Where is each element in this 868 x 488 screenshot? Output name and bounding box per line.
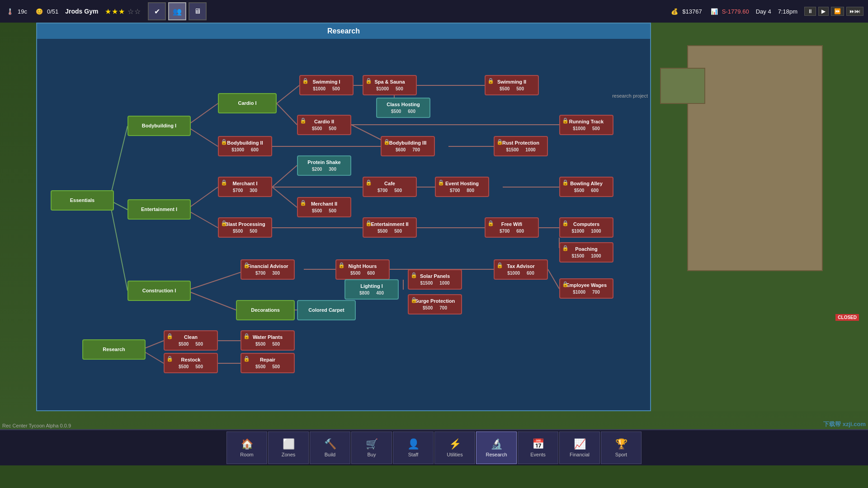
gym-name: Jrods Gym bbox=[65, 8, 98, 15]
day-display: Day 4 bbox=[756, 8, 771, 15]
nav-people[interactable]: 👥 bbox=[168, 2, 186, 20]
game-area: CLOSED Research bbox=[0, 23, 868, 465]
node-solar-panels[interactable]: 🔒 Solar Panels $15001000 bbox=[408, 269, 462, 290]
node-bodybuilding3[interactable]: 🔒 Bodybuilding III $600700 bbox=[381, 136, 435, 156]
toolbar-sport[interactable]: 🏆 Sport bbox=[601, 432, 642, 464]
svg-line-0 bbox=[109, 126, 127, 200]
node-surge-protection[interactable]: 🔒 Surge Protection $500700 bbox=[408, 294, 462, 314]
node-running-track[interactable]: 🔒 Running Track $1000500 bbox=[559, 115, 613, 135]
research-content: Essentials Bodybuilding I Entertainment … bbox=[37, 39, 650, 408]
building-detail bbox=[660, 68, 705, 104]
node-protein-shake[interactable]: Protein Shake $200300 bbox=[297, 155, 351, 176]
version-label: Rec Center Tycoon Alpha 0.0.9 bbox=[2, 423, 71, 428]
toolbar-research[interactable]: 🔬 Research bbox=[476, 432, 517, 464]
toolbar-financial[interactable]: 📈 Financial bbox=[559, 432, 600, 464]
topbar: 🌡️ 19c 😊 0/51 Jrods Gym ★★★☆☆ ✔ 👥 🖥 💰 $1… bbox=[0, 0, 868, 23]
node-class-hosting[interactable]: Class Hosting $500600 bbox=[376, 98, 430, 118]
node-restock[interactable]: 🔒 Restock $500500 bbox=[164, 353, 218, 373]
node-merchant1[interactable]: 🔒 Merchant I $700300 bbox=[218, 177, 272, 197]
node-night-hours[interactable]: 🔒 Night Hours $500600 bbox=[335, 259, 390, 280]
node-construction1[interactable]: Construction I bbox=[127, 281, 191, 301]
node-swimming1[interactable]: 🔒 Swimming I $1000500 bbox=[299, 75, 354, 95]
financial-icon: 📈 bbox=[574, 438, 586, 450]
pause-btn[interactable]: ⏸ bbox=[804, 7, 816, 16]
svg-line-7 bbox=[186, 269, 250, 291]
nav-icons: ✔ 👥 🖥 bbox=[148, 2, 207, 20]
node-computers[interactable]: 🔒 Computers $10001000 bbox=[559, 217, 613, 238]
node-repair[interactable]: 🔒 Repair $500500 bbox=[241, 353, 295, 373]
node-water-plants[interactable]: 🔒 Water Plants $500500 bbox=[241, 330, 295, 351]
research-title: Research bbox=[37, 23, 650, 39]
node-merchant2[interactable]: 🔒 Merchant II $500500 bbox=[297, 197, 351, 217]
node-colored-carpet[interactable]: Colored Carpet bbox=[297, 300, 356, 320]
zones-icon: ⬜ bbox=[283, 438, 295, 450]
node-cardio1[interactable]: Cardio I bbox=[218, 93, 277, 113]
node-lighting1[interactable]: Lighting I $800400 bbox=[344, 279, 399, 300]
node-free-wifi[interactable]: 🔒 Free Wifi $700600 bbox=[485, 217, 539, 238]
money-display: 💰 $13767 bbox=[669, 6, 702, 17]
build-icon: 🔨 bbox=[324, 438, 336, 450]
research-hint: research project bbox=[612, 93, 648, 99]
node-entertainment2[interactable]: 🔒 Entertainment II $500500 bbox=[363, 217, 417, 238]
toolbar-staff[interactable]: 👤 Staff bbox=[393, 432, 434, 464]
temperature: 🌡️ 19c bbox=[5, 6, 27, 17]
buy-icon: 🛒 bbox=[366, 438, 378, 450]
toolbar-zones[interactable]: ⬜ Zones bbox=[268, 432, 309, 464]
svg-line-10 bbox=[277, 103, 297, 125]
svg-line-30 bbox=[548, 269, 559, 289]
nav-screen[interactable]: 🖥 bbox=[189, 2, 207, 20]
node-tax-advisor[interactable]: 🔒 Tax Advisor $1000600 bbox=[494, 259, 548, 280]
research-icon: 🔬 bbox=[491, 438, 503, 450]
node-blast-processing[interactable]: 🔒 Blast Processing $500500 bbox=[218, 217, 272, 238]
toolbar-utilities[interactable]: ⚡ Utilities bbox=[434, 432, 475, 464]
svg-line-2 bbox=[109, 200, 127, 291]
time-display: 7:18pm bbox=[778, 8, 797, 15]
node-event-hosting[interactable]: 🔒 Event Hosting $700800 bbox=[435, 177, 489, 197]
visitor-icon: 😊 bbox=[34, 6, 45, 17]
node-essentials[interactable]: Essentials bbox=[51, 190, 114, 211]
node-poaching[interactable]: 🔒 Poaching $15001000 bbox=[559, 242, 613, 263]
svg-line-6 bbox=[186, 210, 218, 228]
node-bodybuilding1[interactable]: Bodybuilding I bbox=[127, 116, 191, 136]
play-btn[interactable]: ▶ bbox=[818, 7, 829, 16]
node-decorations[interactable]: Decorations bbox=[236, 300, 295, 320]
thermometer-icon: 🌡️ bbox=[5, 6, 15, 17]
toolbar-events[interactable]: 📅 Events bbox=[518, 432, 558, 464]
node-swimming2[interactable]: 🔒 Swimming II $500500 bbox=[485, 75, 539, 95]
close-button[interactable]: CLOSED bbox=[835, 314, 859, 321]
node-bowling-alley[interactable]: 🔒 Bowling Alley $500600 bbox=[559, 177, 613, 197]
svg-line-4 bbox=[186, 126, 218, 146]
node-spa-sauna[interactable]: 🔒 Spa & Sauna $1000500 bbox=[363, 75, 417, 95]
node-financial-advisor[interactable]: 🔒 Financial Advisor $700300 bbox=[241, 259, 295, 280]
toolbar-buy[interactable]: 🛒 Buy bbox=[351, 432, 392, 464]
staff-icon: 👤 bbox=[407, 438, 420, 450]
events-icon: 📅 bbox=[532, 438, 544, 450]
gym-building bbox=[687, 45, 823, 271]
node-entertainment1[interactable]: Entertainment I bbox=[127, 199, 191, 220]
toolbar-build[interactable]: 🔨 Build bbox=[310, 432, 350, 464]
svg-line-3 bbox=[186, 103, 218, 126]
nav-check[interactable]: ✔ bbox=[148, 2, 166, 20]
svg-line-8 bbox=[186, 291, 236, 310]
watermark: 下载帮 xzji.com bbox=[823, 420, 866, 428]
node-clean[interactable]: 🔒 Clean $500500 bbox=[164, 330, 218, 351]
node-bodybuilding2[interactable]: 🔒 Bodybuilding II $1000600 bbox=[218, 136, 272, 156]
node-cafe[interactable]: 🔒 Cafe $700500 bbox=[363, 177, 417, 197]
toolbar-room[interactable]: 🏠 Room bbox=[226, 432, 267, 464]
svg-line-20 bbox=[272, 187, 297, 207]
node-research[interactable]: Research bbox=[82, 339, 146, 360]
expense-icon: 📊 bbox=[709, 6, 720, 17]
svg-line-5 bbox=[186, 187, 218, 210]
money-icon: 💰 bbox=[669, 6, 680, 17]
fast-btn[interactable]: ⏩ bbox=[831, 7, 844, 16]
svg-line-18 bbox=[272, 165, 297, 187]
svg-line-9 bbox=[277, 85, 299, 103]
utilities-icon: ⚡ bbox=[449, 438, 461, 450]
faster-btn[interactable]: ⏭⏭ bbox=[846, 7, 863, 16]
star-rating: ★★★☆☆ bbox=[105, 7, 141, 16]
node-employee-wages[interactable]: 🔒 Employee Wages $1000700 bbox=[559, 278, 613, 299]
right-game-panel: CLOSED bbox=[651, 23, 868, 411]
node-cardio2[interactable]: 🔒 Cardio II $500500 bbox=[297, 115, 351, 135]
visitor-count: 😊 0/51 bbox=[34, 6, 58, 17]
node-rust-protection[interactable]: 🔒 Rust Protection $15001000 bbox=[494, 136, 548, 156]
